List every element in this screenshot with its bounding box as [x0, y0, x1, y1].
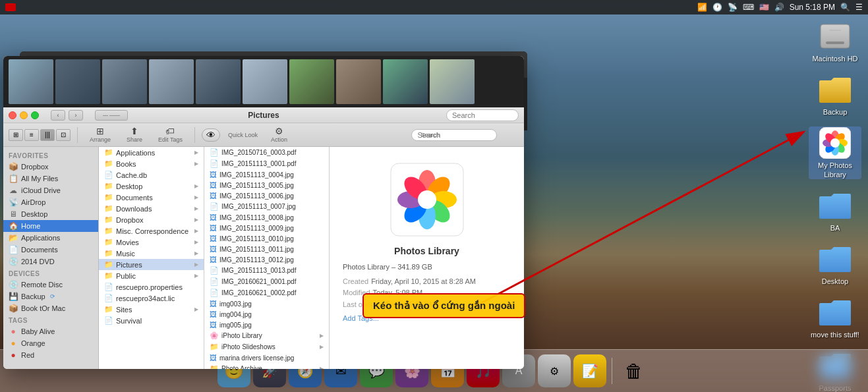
desktop-icon-desktop-folder[interactable]: Desktop	[809, 242, 861, 286]
sidebar-item-documents[interactable]: 📄 Documents	[3, 244, 98, 256]
file-item[interactable]: 📄 IMG_20160621_0002.pdf	[204, 287, 329, 298]
file-item[interactable]: 🖼 IMG_20151113_0005.jpg	[204, 180, 329, 190]
backup-eject-icon[interactable]: ⟳	[50, 293, 55, 300]
svg-rect-10	[821, 24, 850, 48]
finder-minimize-btn[interactable]	[20, 111, 28, 119]
desktop-icon-my-photos-lib[interactable]: My Photos Library	[809, 126, 861, 179]
view-coverflow-btn[interactable]: ⊡	[56, 129, 71, 141]
file-item[interactable]: 🖼 IMG_20151113_0012.jpg	[204, 254, 329, 265]
folder-documents[interactable]: 📁 Documents ▶	[99, 192, 204, 203]
file-item[interactable]: 🖼 IMG_20151113_0011.jpg	[204, 244, 329, 254]
folder-label: Downloads	[116, 205, 152, 213]
folder-label: Applications	[116, 149, 155, 157]
file-name: IMG_20151113_0001.pdf	[221, 160, 296, 167]
sidebar-item-dropbox[interactable]: 📦 Dropbox	[3, 161, 98, 173]
desktop-icon-move-this-stuff[interactable]: move this stuff!	[809, 296, 861, 339]
sidebar-item-my-book[interactable]: 📦 Book tOr Mac	[3, 302, 98, 314]
folder-survival[interactable]: 📄 Survival	[99, 315, 204, 326]
folder-sites[interactable]: 📁 Sites ▶	[99, 304, 204, 315]
sidebar-item-tag-baby-alive[interactable]: ● Baby Alive	[3, 325, 98, 337]
finder-close-btn[interactable]	[9, 111, 16, 119]
action-btn[interactable]: ⚙ Action	[266, 125, 293, 145]
finder-back-btn[interactable]: ‹	[51, 110, 65, 121]
file-item[interactable]: 🖼 img005.jpg	[204, 320, 329, 330]
file-item[interactable]: 📄 IMG_20160621_0001.pdf	[204, 276, 329, 287]
folder-downloads[interactable]: 📁 Downloads ▶	[99, 203, 204, 214]
folder-rescuepro-prop[interactable]: 📄 rescuepro.properties	[99, 281, 204, 293]
created-value: Friday, April 10, 2015 at 8:28 AM	[371, 276, 476, 288]
folder-books[interactable]: 📁 Books ▶	[99, 158, 204, 169]
folder-music[interactable]: 📁 Music ▶	[99, 248, 204, 259]
sidebar-item-applications[interactable]: 📂 Applications	[3, 232, 98, 244]
folder-icon: 📁	[104, 159, 113, 168]
file-item[interactable]: 🌸 iPhoto Library ▶	[204, 330, 329, 341]
svg-rect-11	[826, 42, 844, 44]
folder-desktop[interactable]: 📁 Desktop ▶	[99, 181, 204, 192]
file-item[interactable]: 📄 IMG_20151113_0013.pdf	[204, 265, 329, 276]
folder-cache[interactable]: 📄 Cache.db	[99, 169, 204, 181]
file-item[interactable]: 🖼 IMG_20151113_0008.jpg	[204, 212, 329, 223]
finder-main: Favorites 📦 Dropbox 📋 All My Files ☁ iCl…	[3, 147, 524, 369]
file-item[interactable]: 🖼 IMG_20151113_0006.jpg	[204, 190, 329, 201]
finder-nav-extra[interactable]: — ——	[95, 110, 128, 121]
sidebar-item-tag-red[interactable]: ● Red	[3, 349, 98, 361]
sidebar-item-airdrop[interactable]: 📡 AirDrop	[3, 196, 98, 208]
file-item[interactable]: 📁 Photo Archive ▶	[204, 363, 329, 369]
file-item[interactable]: 📄 IMG_20151113_0001.pdf	[204, 158, 329, 169]
file-item[interactable]: 🖼 img004.jpg	[204, 309, 329, 320]
dock-notes[interactable]: 📝	[573, 354, 606, 387]
folder-arrow: ▶	[194, 250, 198, 256]
sidebar-item-all-my-files[interactable]: 📋 All My Files	[3, 173, 98, 184]
folder-public[interactable]: 📁 Public ▶	[99, 270, 204, 281]
file-item[interactable]: 🖼 IMG_20151113_0004.jpg	[204, 169, 329, 180]
move-this-stuff-img	[819, 296, 852, 329]
file-item[interactable]: 🖼 IMG_20151113_0009.jpg	[204, 223, 329, 233]
dock-trash[interactable]: 🗑	[618, 354, 651, 387]
file-item[interactable]: 📄 IMG_20151113_0007.jpg	[204, 201, 329, 212]
dock-app2[interactable]: ⚙	[538, 354, 571, 387]
file-item[interactable]: 📁 iPhoto Slideshows ▶	[204, 341, 329, 352]
jpg-icon: 🖼	[210, 300, 217, 308]
sidebar-item-dvd[interactable]: 💿 2014 DVD	[3, 256, 98, 267]
view-icon-btn[interactable]: ⊞	[9, 129, 23, 141]
folder-misc[interactable]: 📁 Misc. Correspondence ▶	[99, 225, 204, 237]
folder-arrow: ▶	[194, 239, 198, 245]
file-item[interactable]: 🖼 IMG_20151113_0010.jpg	[204, 233, 329, 244]
folder-rescuepro-lic[interactable]: 📄 rescuepro34act.lic	[99, 293, 204, 304]
view-list-btn[interactable]: ≡	[24, 129, 39, 141]
folder-dropbox[interactable]: 📁 Dropbox ▶	[99, 214, 204, 225]
desktop-icon-backup[interactable]: Backup	[809, 73, 861, 117]
apple-menu-icon[interactable]	[5, 3, 16, 11]
finder-forward-btn[interactable]: ›	[69, 110, 83, 121]
folder-label: Documents	[116, 194, 153, 202]
desktop-icon-macintosh-hd[interactable]: Macintosh HD	[809, 20, 861, 63]
jpg-icon: 🖼	[210, 171, 217, 179]
edit-tags-btn[interactable]: 🏷 Edit Tags	[153, 125, 188, 145]
sidebar-item-backup[interactable]: 💾 Backup ⟳	[3, 291, 98, 302]
remote-disc-icon: 💿	[9, 280, 18, 289]
sidebar-item-home[interactable]: 🏠 Home	[3, 220, 98, 232]
desktop-icon-ba[interactable]: BA	[809, 189, 861, 233]
sidebar-item-remote-disc[interactable]: 💿 Remote Disc	[3, 279, 98, 291]
finder-search-input[interactable]	[446, 109, 519, 121]
folder-pictures[interactable]: 📁 Pictures ▶	[99, 259, 204, 270]
my-photos-lib-img	[819, 126, 852, 159]
menu-extras-icon[interactable]: ☰	[855, 3, 863, 12]
finder-fullscreen-btn[interactable]	[31, 111, 39, 119]
view-column-btn[interactable]: |||	[40, 129, 55, 141]
folder-arrow: ▶	[194, 183, 198, 189]
sidebar-item-icloud-drive[interactable]: ☁ iCloud Drive	[3, 184, 98, 196]
search-icon[interactable]: 🔍	[840, 3, 850, 12]
sidebar-item-tag-orange[interactable]: ● Orange	[3, 337, 98, 349]
share-btn[interactable]: ⬆ Share	[121, 125, 148, 145]
preview-created-row: Created Friday, April 10, 2015 at 8:28 A…	[343, 276, 511, 288]
file-item[interactable]: 🖼 img003.jpg	[204, 298, 329, 309]
arrange-btn[interactable]: ⊞ Arrange	[84, 125, 116, 145]
sidebar-item-desktop[interactable]: 🖥 Desktop	[3, 208, 98, 220]
quick-look-btn[interactable]: 👁	[202, 128, 220, 142]
folder-applications[interactable]: 📁 Applications ▶	[99, 147, 204, 158]
folder-label: Books	[116, 160, 136, 168]
file-item[interactable]: 📄 IMG_20150716_0003.pdf	[204, 147, 329, 158]
folder-movies[interactable]: 📁 Movies ▶	[99, 237, 204, 248]
file-item[interactable]: 🖼 marina drivers license.jpg	[204, 352, 329, 363]
